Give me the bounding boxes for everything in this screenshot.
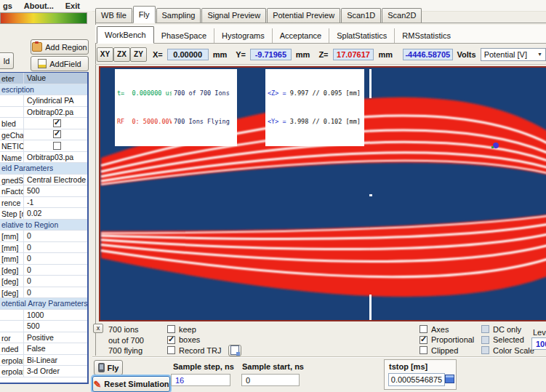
param-label: erpolatio (0, 355, 24, 366)
checkbox-netic[interactable] (53, 142, 61, 150)
param-value[interactable]: 0 (24, 265, 87, 274)
checkbox-bled[interactable] (53, 119, 61, 127)
checkbox-row-boxes[interactable]: boxes (167, 335, 241, 345)
potential-value-field[interactable]: -4446.58705 (403, 49, 453, 60)
subtab-hystograms[interactable]: Hystograms (214, 28, 273, 43)
param-label: erpolati (0, 366, 24, 377)
cut-left-button[interactable]: ld (0, 52, 14, 69)
section-label: eld Parameters (0, 164, 53, 172)
sample-step-input[interactable]: 16 (171, 374, 230, 386)
checkbox-row-keep[interactable]: keep (167, 324, 241, 335)
param-value[interactable]: Central Electrode (24, 175, 87, 184)
table-section-row: escription (0, 84, 87, 96)
checkbox-proportional[interactable] (419, 336, 427, 344)
reset-simulation-button[interactable]: ✎ Reset Simulation (92, 376, 170, 392)
trajectory-plot-canvas[interactable]: t= 0.000000 us RF 0: 5000.00V 700 of 700… (99, 66, 546, 321)
display-mode-dropdown[interactable]: Potential [V] ▼ (481, 48, 546, 61)
ions-flying-readout: 700 Ions Flying (174, 117, 235, 127)
tab-sampling[interactable]: Sampling (156, 8, 201, 23)
checkbox-keep[interactable] (167, 325, 175, 333)
tab-fly[interactable]: Fly (133, 6, 156, 23)
menu-item-gs[interactable]: gs (3, 1, 12, 10)
fly-button[interactable]: Fly (94, 360, 123, 375)
table-header-row: eterValue (0, 73, 87, 84)
tstop-input[interactable]: 0.0005546875 (388, 373, 445, 386)
param-label: [mm] (0, 231, 24, 241)
param-value[interactable]: Positive (24, 333, 87, 342)
param-value[interactable]: 0 (24, 276, 87, 285)
x-coordinate-field[interactable]: 0.00000 (167, 49, 209, 60)
param-value[interactable]: 0 (24, 243, 87, 252)
checkbox-record-trj[interactable] (167, 346, 175, 354)
subtab-workbench[interactable]: WorkBench (97, 26, 154, 44)
param-value[interactable]: 500 (24, 186, 87, 195)
z-coordinate-field[interactable]: 17.07617 (333, 49, 374, 60)
close-view-button[interactable]: x (93, 324, 103, 333)
left-panel: ld Add Region AddField eterValueescripti… (0, 11, 92, 392)
view-plane-buttons: XYZXZY (97, 47, 144, 62)
param-label: [mm] (0, 253, 24, 264)
add-region-label: Add Region (45, 43, 87, 52)
subtab-rmsstatistics[interactable]: RMSstatistics (395, 28, 458, 43)
add-region-button[interactable]: Add Region (31, 39, 89, 55)
tab-signal-preview[interactable]: Signal Preview (201, 8, 266, 23)
checkbox-row-record-trj[interactable]: Record TRJ (167, 345, 241, 356)
checkbox-axes[interactable] (419, 325, 427, 333)
subtab-phasespace[interactable]: PhaseSpace (154, 28, 214, 43)
subtab-acceptance[interactable]: Acceptance (273, 28, 329, 43)
menu-item-about[interactable]: About... (24, 1, 54, 10)
column-header-parameter: eter (0, 73, 24, 84)
tab-scan1d[interactable]: Scan1D (341, 8, 381, 23)
checkbox-row-dc-only[interactable]: DC only (481, 324, 534, 335)
param-value[interactable]: 0.02 (24, 209, 87, 217)
param-value[interactable]: Bi-Linear (24, 356, 87, 364)
checkbox-row-clipped[interactable]: Clipped (419, 345, 474, 356)
param-value[interactable]: 1000 (24, 311, 87, 319)
param-value[interactable]: 0 (24, 288, 87, 297)
sample-start-input[interactable]: 0 (241, 374, 300, 386)
param-value[interactable]: 500 (24, 321, 87, 330)
param-value[interactable] (24, 130, 87, 138)
tab-wb-file[interactable]: WB file (95, 8, 132, 23)
param-value[interactable]: -1 (24, 198, 87, 207)
checkbox-row-color-scale[interactable]: Color Scale (481, 345, 534, 356)
subtab-splatstatistics[interactable]: SplatStatistics (329, 28, 395, 43)
record-trj-save-button[interactable] (228, 345, 241, 356)
tab-scan2d[interactable]: Scan2D (382, 8, 422, 23)
param-value[interactable]: 0 (24, 231, 87, 240)
param-label: Name (0, 152, 24, 163)
view-toolbar: XYZXZY X= 0.00000 mm Y= -9.71965 mm Z= 1… (95, 44, 546, 65)
param-label: Step [m (0, 208, 24, 219)
tstop-label: tstop [ms] (389, 362, 427, 371)
param-value[interactable]: Cylindrical PA (24, 96, 87, 105)
tab-potential-preview[interactable]: Potential Preview (267, 8, 340, 23)
checkbox-row-selected[interactable]: Selected (481, 335, 534, 345)
view-button-xy[interactable]: XY (97, 47, 113, 62)
view-button-zx[interactable]: ZX (113, 47, 130, 62)
fly-icon (98, 363, 105, 372)
simulation-control-bar: Fly ✎ Reset Simulation Sample step, ns 1… (92, 356, 546, 392)
view-button-zy[interactable]: ZY (130, 47, 147, 62)
sample-step-label: Sample step, ns (173, 362, 234, 371)
param-value[interactable]: 3-d Order (24, 367, 87, 375)
add-field-button[interactable]: AddField (31, 56, 89, 71)
checkbox-gechan[interactable] (53, 130, 61, 138)
checkbox-boxes[interactable] (167, 336, 175, 344)
y-coordinate-field[interactable]: -9.71965 (250, 49, 292, 60)
level-field[interactable]: 100 (531, 337, 546, 350)
param-value[interactable]: Orbitrap03.pa (24, 153, 87, 161)
menu-item-exit[interactable]: Exit (65, 1, 80, 10)
param-value[interactable] (24, 142, 87, 150)
checkbox-dc-only (481, 325, 489, 333)
checkbox-row-axes[interactable]: Axes (419, 324, 474, 335)
table-row: NETIC (0, 140, 87, 152)
calculator-icon[interactable] (445, 375, 454, 383)
param-value[interactable] (24, 119, 87, 127)
param-value[interactable]: False (24, 344, 87, 353)
checkbox-clipped[interactable] (419, 346, 427, 354)
sample-start-label: Sample start, ns (242, 362, 304, 371)
checkbox-row-proportional[interactable]: Proportional (419, 335, 474, 345)
param-value[interactable]: Orbitrap02.pa (24, 108, 87, 116)
application-window: gsAbout...Exit ld Add Region AddField et… (0, 0, 546, 392)
param-value[interactable]: 0 (24, 254, 87, 263)
